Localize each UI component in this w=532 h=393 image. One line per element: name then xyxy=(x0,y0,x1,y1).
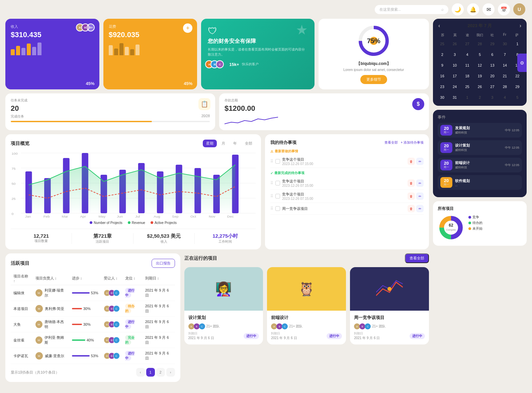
dot-pending xyxy=(468,222,471,224)
row-name-3: 金丝雀 xyxy=(13,338,24,342)
cal-day-30[interactable]: 30 xyxy=(438,93,447,102)
page-2-btn[interactable]: 2 xyxy=(156,368,165,377)
running-project-card-1[interactable]: 🦉 前端设计 A B C 21+ 团队 到期日 2021 年 9 月 6 日 进… xyxy=(267,267,346,344)
mail-btn[interactable]: ✉ xyxy=(482,3,495,15)
cal-day-9[interactable]: 9 xyxy=(438,61,447,70)
cal-day-29[interactable]: 29 xyxy=(513,82,522,91)
prev-page-btn[interactable]: ‹ xyxy=(136,368,145,377)
todo-checkbox-2[interactable] xyxy=(275,181,280,185)
todo-edit-4[interactable]: ✏ xyxy=(416,205,424,212)
event-item-1[interactable]: 20 周一 设计策划 威特科技 中午 12:05 xyxy=(438,140,522,155)
todo-edit-3[interactable]: ✏ xyxy=(416,192,424,200)
next-page-btn[interactable]: › xyxy=(166,368,175,377)
cal-day-3[interactable]: 3 xyxy=(487,93,497,102)
cal-day-2[interactable]: 2 xyxy=(475,93,484,102)
cal-day-5[interactable]: 5 xyxy=(513,93,522,102)
user-avatar[interactable]: U xyxy=(513,3,525,15)
cal-next-btn[interactable]: › xyxy=(520,23,521,29)
drag-handle-1[interactable]: ⠿ xyxy=(270,159,273,164)
savings-sparkline xyxy=(225,115,278,126)
cal-day-14[interactable]: 14 xyxy=(500,61,510,70)
view-all-btn[interactable]: 查看全部 xyxy=(405,253,429,263)
cal-day-11[interactable]: 11 xyxy=(463,61,472,70)
proj-status-1: 进行中 xyxy=(327,333,342,339)
calendar-btn[interactable]: 📅 xyxy=(498,3,510,15)
running-project-card-0[interactable]: 👩‍🏫 设计策划 A B C 21+ 团队 到期日 2021 年 9 月 6 日… xyxy=(184,267,263,344)
cal-day-21[interactable]: 21 xyxy=(500,71,510,81)
cal-day-18[interactable]: 18 xyxy=(463,71,472,81)
tab-month[interactable]: 月 xyxy=(218,140,229,147)
todo-checkbox-4[interactable] xyxy=(275,206,280,211)
cal-day-4[interactable]: 4 xyxy=(463,50,472,59)
cal-day-22[interactable]: 22 xyxy=(513,71,522,81)
todo-delete-4[interactable]: 🗑 xyxy=(408,205,415,212)
search-box[interactable]: 在这里搜索... ⌕ xyxy=(375,5,448,14)
event-item-0[interactable]: 20 周一 发展规划 威特科技 中午 12:05 xyxy=(438,123,522,138)
cal-day-23[interactable]: 23 xyxy=(438,82,447,91)
cal-day-27[interactable]: 27 xyxy=(463,39,472,49)
todo-edit-1[interactable]: ✏ xyxy=(416,158,424,165)
tab-week[interactable]: 星期 xyxy=(203,140,217,147)
cal-day-25[interactable]: 25 xyxy=(463,82,472,91)
right-panel: ‹ 2023 年 7 月 › ⚙ 苏 莫 途 我们 社 Fr 萨 252 xyxy=(433,19,527,382)
cal-day-4[interactable]: 4 xyxy=(500,93,510,102)
notifications-btn[interactable]: 🔔 xyxy=(467,3,479,15)
cal-day-3[interactable]: 3 xyxy=(450,50,459,59)
event-item-2[interactable]: 20 周一 前端设计 威特科技 中午 12:05 xyxy=(438,158,522,172)
stat-time: 12,275小时 工作时间 xyxy=(195,233,256,244)
cal-day-16[interactable]: 16 xyxy=(438,71,447,81)
cal-day-12[interactable]: 12 xyxy=(475,61,484,70)
cal-day-28[interactable]: 28 xyxy=(500,82,510,91)
cal-day-1[interactable]: 1 xyxy=(513,39,522,49)
export-btn[interactable]: 出口报告 xyxy=(152,259,175,268)
cal-day-13[interactable]: 13 xyxy=(487,61,497,70)
left-content: A B 25+ 收入 $310.435 45% + xyxy=(5,19,429,382)
cal-day-20[interactable]: 20 xyxy=(487,71,497,81)
page-1-btn[interactable]: 1 xyxy=(146,368,155,377)
drag-handle-4[interactable]: ⠿ xyxy=(270,206,273,211)
cal-day-10[interactable]: 10 xyxy=(450,61,459,70)
todo-view-all[interactable]: 查看全部 xyxy=(384,140,398,145)
cal-day-6[interactable]: 6 xyxy=(487,50,497,59)
todo-delete-1[interactable]: 🗑 xyxy=(408,158,415,165)
todo-add[interactable]: + 添加待办事项 xyxy=(401,140,424,145)
more-details-btn[interactable]: 更多细节 xyxy=(360,75,387,84)
cal-prev-btn[interactable]: ‹ xyxy=(438,23,440,29)
cal-day-5[interactable]: 5 xyxy=(475,50,484,59)
cal-day-19[interactable]: 19 xyxy=(475,71,484,81)
cal-day-2[interactable]: 2 xyxy=(438,50,447,59)
customer-count: 15k+ xyxy=(229,62,239,67)
cal-day-26[interactable]: 26 xyxy=(450,39,459,49)
cal-day-28[interactable]: 28 xyxy=(475,39,484,49)
cal-day-7[interactable]: 7 xyxy=(500,50,510,59)
legend-pending: 待办的 xyxy=(468,221,482,225)
todo-edit-2[interactable]: ✏ xyxy=(416,179,424,187)
running-project-card-2[interactable]: 周一竞争该项目 A B C 21+ 团队 到期日 2021 年 9 月 6 日 … xyxy=(350,267,429,344)
todo-delete-3[interactable]: 🗑 xyxy=(408,192,415,200)
dark-mode-toggle[interactable]: 🌙 xyxy=(452,3,464,15)
todo-checkbox-1[interactable] xyxy=(275,159,280,164)
calendar-settings-btn[interactable]: ⚙ xyxy=(517,54,527,72)
cal-day-25[interactable]: 25 xyxy=(438,39,447,49)
cal-day-24[interactable]: 24 xyxy=(450,82,459,91)
search-placeholder: 在这里搜索... xyxy=(379,7,401,12)
todo-actions-4: 🗑 ✏ xyxy=(408,205,424,212)
row-manager-4: 威廉·里查尔 xyxy=(45,353,64,359)
cal-day-1[interactable]: 1 xyxy=(463,93,472,102)
todo-text-2: 竞争这个项目 xyxy=(282,179,406,184)
svg-text:Feb: Feb xyxy=(43,215,50,218)
tab-all[interactable]: 全部 xyxy=(242,140,256,147)
tab-year[interactable]: 年 xyxy=(230,140,240,147)
todo-checkbox-3[interactable] xyxy=(275,194,280,199)
drag-handle-3[interactable]: ⠿ xyxy=(270,194,273,199)
drag-handle-2[interactable]: ⠿ xyxy=(270,181,273,185)
cal-day-29[interactable]: 29 xyxy=(487,39,497,49)
cal-day-27[interactable]: 27 xyxy=(487,82,497,91)
todo-delete-2[interactable]: 🗑 xyxy=(408,179,415,187)
events-widget: 事件 20 周一 发展规划 威特科技 中午 12:05 20 周一 设计策划 威… xyxy=(433,110,527,197)
cal-day-26[interactable]: 26 xyxy=(475,82,484,91)
cal-day-17[interactable]: 17 xyxy=(450,71,459,81)
event-item-3[interactable]: 20 周一 软件规划 ... xyxy=(438,175,522,190)
cal-day-31[interactable]: 31 xyxy=(450,93,459,102)
cal-day-30[interactable]: 30 xyxy=(500,39,510,49)
